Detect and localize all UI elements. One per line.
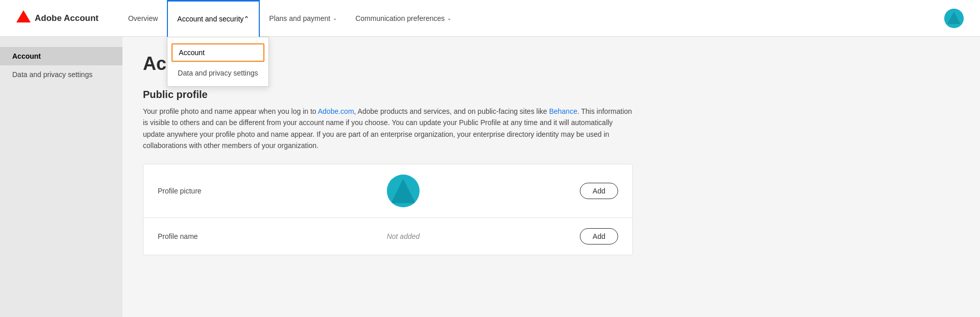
user-avatar[interactable] xyxy=(944,9,964,28)
adobe-icon xyxy=(16,10,31,26)
dropdown-item-account[interactable]: Account xyxy=(172,43,264,62)
section-title-public-profile: Public profile xyxy=(143,89,960,101)
public-profile-section: Public profile Your profile photo and na… xyxy=(143,89,960,255)
nav-item-account-security[interactable]: Account and security ⌃ xyxy=(167,0,260,37)
chevron-down-icon-comm: ⌄ xyxy=(447,15,451,21)
nav-item-overview[interactable]: Overview xyxy=(119,0,167,37)
header: Adobe Account Overview Account and secur… xyxy=(0,0,980,37)
nav-item-plans-payment[interactable]: Plans and payment ⌄ xyxy=(260,0,346,37)
nav-item-communication[interactable]: Communication preferences ⌄ xyxy=(346,0,460,37)
profile-name-not-added: Not added xyxy=(387,232,420,240)
profile-picture-value xyxy=(250,175,557,207)
section-description: Your profile photo and name appear when … xyxy=(143,106,633,152)
add-profile-name-button[interactable]: Add xyxy=(580,228,618,245)
link-adobe[interactable]: Adobe.com xyxy=(318,107,354,115)
profile-name-action: Add xyxy=(557,228,618,245)
avatar-graphic xyxy=(944,9,964,28)
sidebar-item-data-privacy[interactable]: Data and privacy settings xyxy=(0,65,122,84)
profile-name-value: Not added xyxy=(250,232,557,240)
sidebar-item-account[interactable]: Account xyxy=(0,47,122,65)
profile-picture-label: Profile picture xyxy=(158,187,250,195)
dropdown-item-data-privacy[interactable]: Data and privacy settings xyxy=(167,64,268,82)
account-security-dropdown: Account Data and privacy settings xyxy=(167,37,269,87)
chevron-down-icon-plans: ⌄ xyxy=(333,15,337,21)
profile-card: Profile picture Add xyxy=(143,164,633,255)
nav-communication-label: Communication preferences xyxy=(355,14,445,22)
brand-name: Adobe Account xyxy=(35,13,99,23)
profile-name-row: Profile name Not added Add xyxy=(143,218,632,255)
profile-picture-action: Add xyxy=(557,183,618,199)
profile-avatar-svg xyxy=(387,175,420,207)
profile-picture-row: Profile picture Add xyxy=(143,164,632,218)
page-wrapper: Account Data and privacy settings Accoun… xyxy=(0,37,980,317)
profile-avatar-large xyxy=(387,175,420,207)
profile-name-label: Profile name xyxy=(158,232,250,240)
header-nav: Overview Account and security ⌃ Account … xyxy=(119,0,944,37)
link-behance[interactable]: Behance xyxy=(549,107,577,115)
chevron-up-icon: ⌃ xyxy=(243,15,250,23)
nav-overview-label: Overview xyxy=(128,14,158,22)
sidebar: Account Data and privacy settings xyxy=(0,37,122,317)
svg-marker-0 xyxy=(16,10,31,22)
logo-area[interactable]: Adobe Account xyxy=(16,10,99,26)
dropdown-menu: Account Data and privacy settings xyxy=(167,37,269,87)
nav-account-security-label: Account and security xyxy=(177,15,243,23)
nav-plans-label: Plans and payment xyxy=(269,14,330,22)
add-profile-picture-button[interactable]: Add xyxy=(580,183,618,199)
nav-account-security-wrapper: Account and security ⌃ Account Data and … xyxy=(167,0,260,37)
